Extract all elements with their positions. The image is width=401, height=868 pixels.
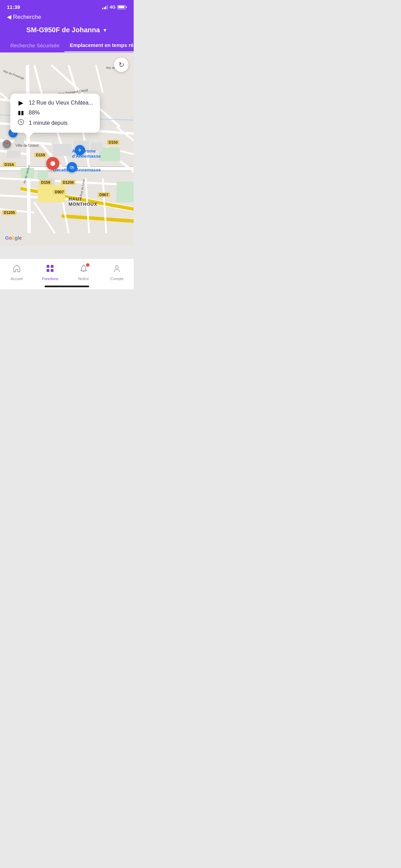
battery-popup-icon: ▮▮: [17, 109, 25, 116]
refresh-button[interactable]: ↻: [114, 58, 129, 72]
nav-accueil-label: Accueil: [11, 277, 23, 281]
home-indicator: [45, 286, 89, 287]
google-logo: Google: [5, 235, 22, 241]
aerodrome-pin: ✈: [75, 145, 85, 155]
map-svg: [0, 52, 134, 246]
status-icons: 4G: [102, 4, 127, 10]
clock-icon: [17, 119, 25, 127]
road-badge-d15a: D15A: [3, 162, 16, 167]
grid-icon: [46, 264, 54, 275]
svg-rect-5: [21, 168, 34, 178]
nav-accueil[interactable]: Accueil: [0, 264, 34, 284]
nav-notice[interactable]: Notice: [67, 264, 100, 284]
status-time: 11:39: [7, 4, 20, 10]
bottom-nav: Accueil Fonctions Notice: [0, 258, 134, 289]
nav-compte-label: Compte: [110, 277, 124, 281]
svg-rect-16: [47, 265, 49, 268]
bell-icon: [79, 264, 88, 275]
device-location-pin: [46, 157, 59, 170]
tab-emplacement[interactable]: Emplacement en temps réel: [64, 39, 134, 52]
popup-address-row: ▶ 12 Rue du Vieux Châtea...: [17, 99, 93, 107]
network-type: 4G: [110, 4, 116, 10]
svg-rect-4: [117, 182, 134, 202]
gray-pin: 📍: [3, 140, 11, 148]
road-badge-d1206: D1206: [61, 180, 75, 185]
house-icon: [12, 264, 21, 275]
back-label: ◀ Recherche: [7, 13, 41, 21]
popup-battery-row: ▮▮ 88%: [17, 109, 93, 116]
dropdown-arrow-icon[interactable]: ▼: [102, 27, 107, 33]
shopping-pin: 🛍: [67, 162, 77, 172]
person-icon: [112, 264, 121, 275]
device-header: SM-G950F de Johanna ▼: [0, 23, 134, 38]
nav-compte[interactable]: Compte: [100, 264, 134, 284]
svg-rect-9: [91, 142, 103, 151]
tab-bar: Recherche Sécurisée Emplacement en temps…: [0, 38, 134, 52]
road-badge-d159a: D159: [34, 153, 47, 157]
popup-time: 1 minute depuis: [29, 120, 68, 126]
road-badge-d907b: D907: [98, 192, 110, 197]
signal-icon: [102, 5, 108, 9]
popup-time-row: 1 minute depuis: [17, 119, 93, 127]
notification-dot: [86, 263, 89, 267]
nav-notice-label: Notice: [78, 277, 89, 281]
navigation-icon: ▶: [17, 99, 25, 107]
svg-rect-18: [47, 269, 49, 272]
tab-recherche-securisee[interactable]: Recherche Sécurisée: [5, 39, 64, 52]
road-badge-d150: D150: [107, 140, 119, 145]
nav-fonctions-label: Fonctions: [42, 277, 58, 281]
svg-rect-7: [53, 144, 72, 156]
location-popup: ▶ 12 Rue du Vieux Châtea... ▮▮ 88% 1 min…: [10, 94, 100, 133]
svg-rect-19: [51, 269, 53, 272]
popup-battery: 88%: [29, 110, 40, 116]
popup-address: 12 Rue du Vieux Châtea...: [29, 100, 93, 106]
svg-rect-12: [7, 151, 21, 158]
back-button[interactable]: ◀ Recherche: [0, 12, 134, 23]
device-name: SM-G950F de Johanna: [26, 26, 100, 34]
road-badge-d1205: D1205: [2, 210, 16, 215]
svg-point-20: [116, 266, 118, 268]
nav-fonctions[interactable]: Fonctions: [34, 264, 67, 284]
status-bar: 11:39 4G: [0, 0, 134, 12]
svg-rect-11: [14, 137, 24, 144]
map-container: ↻ ▶ 12 Rue du Vieux Châtea... ▮▮ 88% 1 m…: [0, 52, 134, 246]
battery-icon: [117, 5, 127, 9]
svg-rect-17: [51, 265, 53, 268]
road-badge-d907a: D907: [53, 190, 65, 194]
road-badge-d159b: D159: [39, 180, 52, 185]
